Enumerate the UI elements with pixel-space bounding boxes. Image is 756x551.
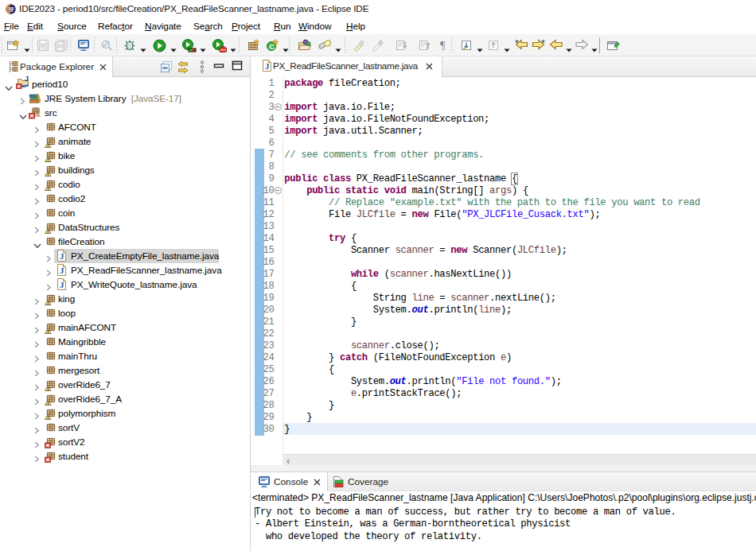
svg-text:J: J	[60, 251, 64, 261]
svg-text:J: J	[25, 76, 29, 83]
svg-text:J: J	[60, 280, 64, 289]
svg-text:¶: ¶	[440, 40, 446, 52]
svg-text:J: J	[60, 266, 64, 275]
svg-text:J: J	[265, 61, 270, 71]
